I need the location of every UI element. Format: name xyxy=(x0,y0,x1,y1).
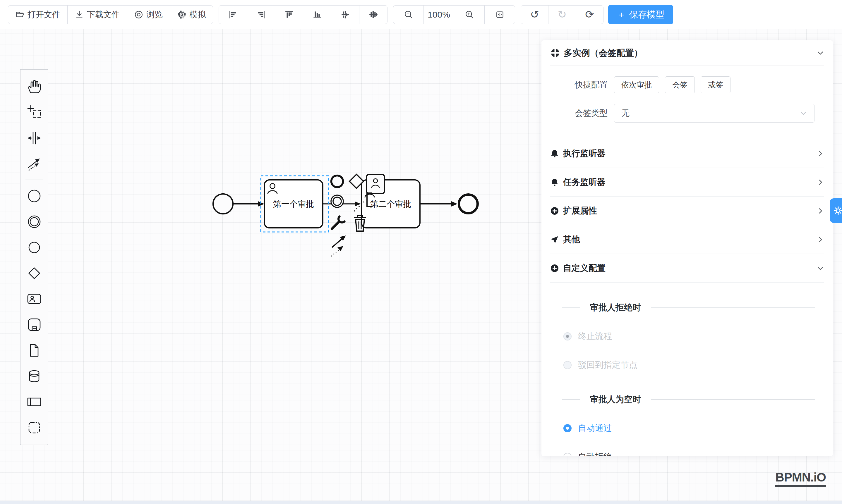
align-button-group xyxy=(218,5,387,24)
download-file-button[interactable]: 下载文件 xyxy=(67,5,127,24)
radio-auto-pass[interactable]: 自动通过 xyxy=(563,422,824,434)
section-label: 扩展属性 xyxy=(563,205,597,217)
sign-type-select[interactable]: 无 xyxy=(614,104,814,123)
option-label: 依次审批 xyxy=(621,80,652,90)
section-other[interactable]: 其他 xyxy=(550,225,824,254)
chevron-right-icon xyxy=(817,236,824,244)
radio-return-to-node[interactable]: 驳回到指定节点 xyxy=(563,359,824,371)
append-end-event-button[interactable] xyxy=(331,176,343,187)
create-user-task[interactable] xyxy=(20,286,48,312)
section-extension-properties[interactable]: 扩展属性 xyxy=(550,197,824,225)
align-bottom-button[interactable] xyxy=(303,5,331,24)
create-intermediate-event[interactable] xyxy=(20,209,48,235)
radio-disabled-selected[interactable] xyxy=(563,332,572,341)
empty-divider: 审批人为空时 xyxy=(562,394,815,406)
radio-auto-reject[interactable]: 自动拒绝 xyxy=(563,451,824,456)
section-custom-config[interactable]: 自定义配置 xyxy=(550,254,824,283)
panel-sections: 执行监听器 任务监听器 扩展属性 其他 自定义配置 xyxy=(550,139,824,283)
redo-button[interactable]: ↻ xyxy=(548,5,576,24)
connect-button[interactable] xyxy=(331,235,346,256)
create-end-event[interactable] xyxy=(20,235,48,260)
end-event-node[interactable] xyxy=(459,195,478,213)
chevron-down-icon[interactable] xyxy=(817,49,824,57)
bell-icon xyxy=(550,178,559,187)
align-right-button[interactable] xyxy=(247,5,275,24)
lasso-icon xyxy=(27,105,41,120)
undo-icon: ↺ xyxy=(530,10,539,20)
change-type-button[interactable] xyxy=(332,216,345,229)
create-participant[interactable] xyxy=(20,389,48,415)
countersign-button[interactable]: 会签 xyxy=(665,76,695,93)
zoom-in-button[interactable] xyxy=(454,5,485,24)
align-bottom-icon xyxy=(313,10,322,19)
sign-type-value: 无 xyxy=(621,108,630,119)
refresh-icon: ⟳ xyxy=(585,10,594,20)
restart-button[interactable]: ⟳ xyxy=(576,5,603,24)
align-middle-button[interactable] xyxy=(359,5,387,24)
global-connect-tool[interactable] xyxy=(20,151,48,177)
subprocess-icon xyxy=(27,317,41,332)
radio-unselected[interactable] xyxy=(563,453,572,456)
zoom-out-icon xyxy=(404,10,413,19)
or-sign-button[interactable]: 或签 xyxy=(701,76,731,93)
start-event-icon xyxy=(27,189,41,203)
panel-title: 多实例（会签配置） xyxy=(564,47,643,59)
settings-edge-tab[interactable] xyxy=(830,198,842,223)
divider-line xyxy=(562,399,580,400)
option-label: 会签 xyxy=(672,80,687,90)
chevron-right-icon xyxy=(817,207,824,215)
user-task-node-1[interactable]: 第一个审批 xyxy=(264,180,323,228)
section-label: 执行监听器 xyxy=(563,148,606,159)
radio-label: 自动拒绝 xyxy=(578,451,612,456)
preview-button[interactable]: 浏览 xyxy=(127,5,170,24)
redo-icon: ↻ xyxy=(558,10,566,20)
download-file-label: 下载文件 xyxy=(87,9,120,20)
chip-icon xyxy=(177,10,187,19)
delete-button[interactable] xyxy=(354,216,366,231)
data-object-icon xyxy=(27,343,41,358)
align-top-icon xyxy=(284,10,294,19)
append-intermediate-event-button[interactable] xyxy=(331,195,343,208)
chevron-down-icon xyxy=(800,109,807,117)
section-execution-listener[interactable]: 执行监听器 xyxy=(550,139,824,168)
start-event-node[interactable] xyxy=(213,194,233,214)
align-center-button[interactable] xyxy=(331,5,359,24)
top-toolbar: 打开文件 下载文件 浏览 模拟 xyxy=(0,0,842,29)
bpmn-canvas[interactable]: 第一个审批 第二个审批 xyxy=(205,164,497,275)
create-gateway[interactable] xyxy=(20,260,48,286)
user-task-icon xyxy=(27,292,41,306)
end-event-icon xyxy=(27,240,41,255)
hand-tool[interactable] xyxy=(20,74,48,100)
radio-selected[interactable] xyxy=(563,424,572,432)
section-task-listener[interactable]: 任务监听器 xyxy=(550,168,824,197)
panel-header[interactable]: 多实例（会签配置） xyxy=(550,40,824,66)
create-data-store[interactable] xyxy=(20,363,48,389)
task-label: 第二个审批 xyxy=(370,199,411,209)
save-model-button[interactable]: ＋ 保存模型 xyxy=(608,5,673,24)
undo-button[interactable]: ↺ xyxy=(521,5,548,24)
chevron-down-icon xyxy=(817,265,824,272)
create-start-event[interactable] xyxy=(20,183,48,209)
lasso-tool[interactable] xyxy=(20,100,48,125)
create-data-object[interactable] xyxy=(20,338,48,363)
radio-terminate-process[interactable]: 终止流程 xyxy=(563,330,824,342)
append-task-button[interactable] xyxy=(366,174,385,194)
open-file-button[interactable]: 打开文件 xyxy=(8,5,68,24)
empty-title: 审批人为空时 xyxy=(590,394,641,406)
simulate-button[interactable]: 模拟 xyxy=(170,5,213,24)
space-tool[interactable] xyxy=(20,125,48,151)
sequential-approve-button[interactable]: 依次审批 xyxy=(614,76,659,93)
radio-disabled-unselected[interactable] xyxy=(563,361,572,369)
create-group[interactable] xyxy=(20,415,48,440)
zoom-level-indicator[interactable]: 100% xyxy=(423,5,454,24)
create-subprocess[interactable] xyxy=(20,312,48,338)
reject-divider: 审批人拒绝时 xyxy=(562,302,815,313)
align-left-button[interactable] xyxy=(218,5,247,24)
zoom-out-button[interactable] xyxy=(393,5,424,24)
folder-open-icon xyxy=(15,10,24,19)
reset-zoom-button[interactable] xyxy=(484,5,515,24)
sequence-flow-3[interactable] xyxy=(420,201,457,206)
align-top-button[interactable] xyxy=(275,5,303,24)
sequence-flow-1[interactable] xyxy=(233,201,264,206)
task-label: 第一个审批 xyxy=(273,199,314,209)
